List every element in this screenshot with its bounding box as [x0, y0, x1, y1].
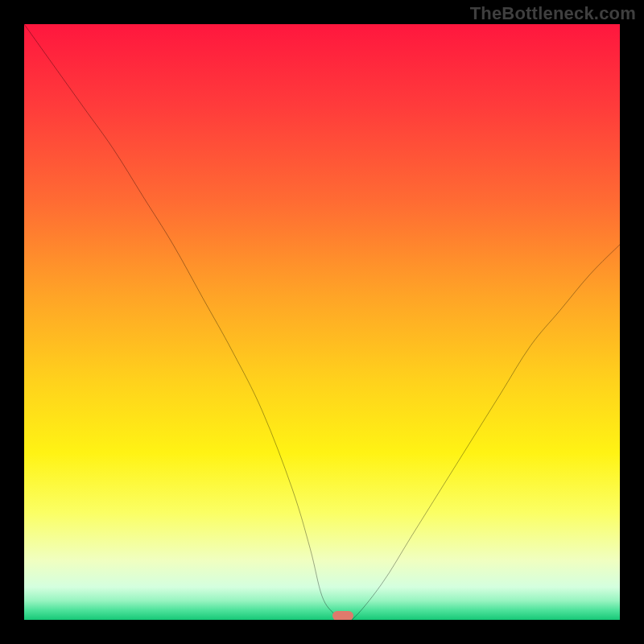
- plot-area: [24, 24, 620, 620]
- optimal-marker: [332, 611, 353, 620]
- background-gradient: [24, 24, 620, 620]
- chart-frame: TheBottleneck.com: [0, 0, 644, 644]
- watermark-text: TheBottleneck.com: [470, 3, 636, 24]
- svg-rect-0: [24, 24, 620, 620]
